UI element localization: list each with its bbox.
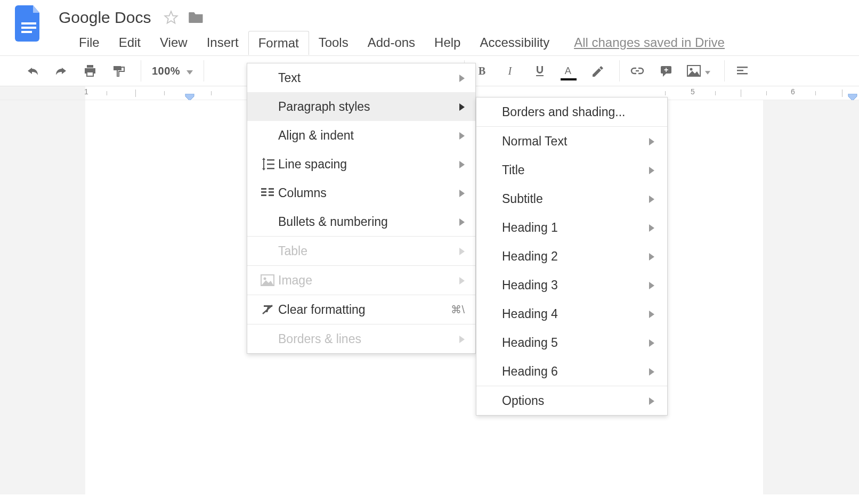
document-title[interactable]: Google Docs <box>59 9 151 27</box>
ruler-tick <box>842 90 842 97</box>
ruler-tick <box>665 91 666 95</box>
svg-marker-40 <box>459 218 465 226</box>
star-icon[interactable] <box>164 10 179 25</box>
menu-item-label: Normal Text <box>502 134 643 149</box>
submenu-heading-6[interactable]: Heading 6 <box>476 357 667 386</box>
menu-format[interactable]: Format <box>248 31 309 55</box>
chevron-right-icon <box>649 249 654 264</box>
menu-addons[interactable]: Add-ons <box>358 31 425 54</box>
submenu-subtitle[interactable]: Subtitle <box>476 184 667 213</box>
menu-file[interactable]: File <box>69 31 109 54</box>
redo-button[interactable] <box>49 60 74 82</box>
svg-rect-1 <box>21 27 36 29</box>
svg-rect-6 <box>87 72 93 76</box>
svg-rect-4 <box>87 65 93 68</box>
svg-rect-12 <box>536 75 544 76</box>
format-menu-clear-formatting[interactable]: Clear formatting ⌘\ <box>247 295 475 324</box>
format-menu-table: Table <box>247 237 475 265</box>
toolbar-separator <box>619 60 620 82</box>
text-color-button[interactable]: A <box>556 60 581 82</box>
svg-marker-51 <box>649 224 654 232</box>
svg-marker-45 <box>459 277 465 284</box>
menu-accessibility[interactable]: Accessibility <box>470 31 559 54</box>
chevron-right-icon <box>649 336 654 350</box>
menu-item-label: Borders & lines <box>278 332 453 346</box>
menu-item-label: Image <box>278 273 453 288</box>
ruler-tick <box>815 91 816 95</box>
menu-insert[interactable]: Insert <box>197 31 248 54</box>
paint-format-button[interactable] <box>107 60 131 82</box>
align-button[interactable] <box>730 60 755 82</box>
svg-marker-20 <box>705 71 710 75</box>
submenu-options[interactable]: Options <box>476 386 667 415</box>
chevron-right-icon <box>649 192 654 206</box>
menu-item-shortcut: ⌘\ <box>451 303 465 316</box>
format-menu-line-spacing[interactable]: Line spacing <box>247 150 475 178</box>
print-button[interactable] <box>78 60 102 82</box>
chevron-right-icon <box>649 278 654 292</box>
submenu-borders-shading[interactable]: Borders and shading... <box>476 97 667 126</box>
svg-marker-16 <box>663 74 666 77</box>
format-menu-columns[interactable]: Columns <box>247 178 475 207</box>
docs-logo-icon <box>15 5 43 42</box>
line-spacing-icon <box>257 158 278 170</box>
menu-tools[interactable]: Tools <box>309 31 358 54</box>
chevron-right-icon <box>649 134 654 149</box>
insert-image-button[interactable] <box>683 60 715 82</box>
menu-item-label: Align & indent <box>278 128 453 143</box>
submenu-title[interactable]: Title <box>476 156 667 184</box>
submenu-heading-2[interactable]: Heading 2 <box>476 242 667 271</box>
menu-view[interactable]: View <box>150 31 197 54</box>
toolbar-separator <box>141 60 141 82</box>
svg-rect-33 <box>261 188 266 190</box>
menu-item-label: Text <box>278 71 453 85</box>
chevron-down-icon <box>705 65 710 77</box>
svg-marker-52 <box>649 253 654 261</box>
menu-item-label: Subtitle <box>502 192 643 206</box>
chevron-right-icon <box>459 244 465 258</box>
svg-text:+: + <box>664 66 668 74</box>
menu-item-label: Options <box>502 394 643 408</box>
menu-help[interactable]: Help <box>425 31 470 54</box>
ruler-margin-left <box>0 86 85 100</box>
submenu-normal-text[interactable]: Normal Text <box>476 127 667 156</box>
menu-edit[interactable]: Edit <box>109 31 150 54</box>
menu-bar: File Edit View Insert Format Tools Add-o… <box>0 30 859 55</box>
underline-button[interactable] <box>528 60 552 82</box>
svg-marker-19 <box>688 71 700 76</box>
menu-item-label: Paragraph styles <box>278 100 453 114</box>
folder-icon[interactable] <box>188 11 204 25</box>
svg-text:A: A <box>565 65 572 76</box>
svg-point-18 <box>690 68 693 71</box>
insert-link-button[interactable] <box>625 60 650 82</box>
svg-rect-34 <box>261 191 266 193</box>
add-comment-button[interactable]: + <box>654 60 678 82</box>
chevron-right-icon <box>459 186 465 200</box>
chevron-down-icon <box>187 65 193 77</box>
menu-item-label: Heading 1 <box>502 221 643 235</box>
svg-marker-32 <box>459 161 465 168</box>
svg-marker-57 <box>649 397 654 405</box>
svg-marker-56 <box>649 368 654 376</box>
highlight-color-button[interactable] <box>585 60 610 82</box>
svg-rect-2 <box>21 31 32 33</box>
svg-marker-54 <box>649 311 654 318</box>
undo-button[interactable] <box>20 60 45 82</box>
italic-button[interactable]: I <box>499 60 523 82</box>
save-status[interactable]: All changes saved in Drive <box>574 35 725 50</box>
chevron-right-icon <box>459 71 465 85</box>
submenu-heading-4[interactable]: Heading 4 <box>476 299 667 328</box>
format-menu-align-indent[interactable]: Align & indent <box>247 121 475 150</box>
submenu-heading-1[interactable]: Heading 1 <box>476 213 667 242</box>
format-menu-bullets-numbering[interactable]: Bullets & numbering <box>247 207 475 236</box>
svg-rect-37 <box>269 191 274 193</box>
menu-item-label: Heading 3 <box>502 278 643 292</box>
submenu-heading-3[interactable]: Heading 3 <box>476 271 667 299</box>
svg-rect-38 <box>269 194 274 196</box>
ruler-tick <box>164 91 165 95</box>
menu-item-label: Heading 4 <box>502 307 643 321</box>
submenu-heading-5[interactable]: Heading 5 <box>476 328 667 357</box>
format-menu-paragraph-styles[interactable]: Paragraph styles <box>247 92 475 121</box>
zoom-dropdown[interactable]: 100% <box>147 65 198 77</box>
format-menu-text[interactable]: Text <box>247 63 475 92</box>
